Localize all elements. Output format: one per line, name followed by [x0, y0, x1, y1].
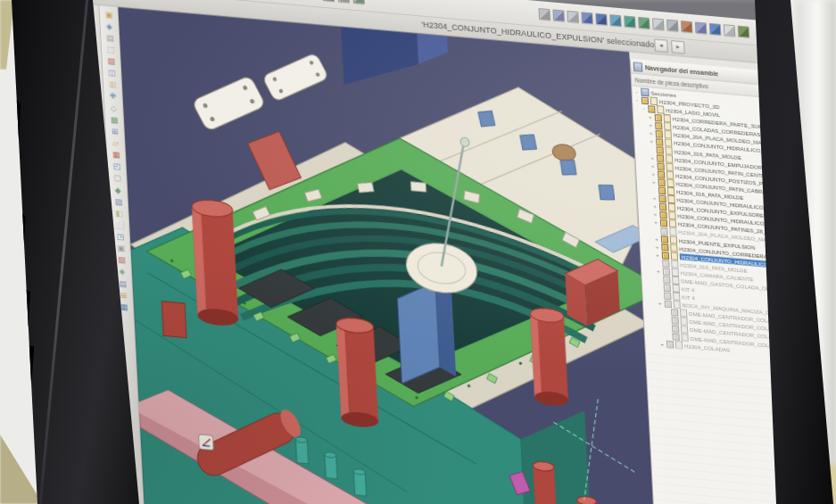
application-body: ▣▤◇◫▥⬚◰▧◈✙▩▱▦⊞◆◧▨⬜◳▢ ▣◈▤⬚▧◫▥✙◇▩⊞▱▦◰▢◆▨◧⬜… [81, 4, 793, 504]
left-toolbar-icon[interactable]: ⬚ [104, 44, 118, 55]
tree-expander-icon[interactable]: - [634, 96, 640, 103]
component-checkbox[interactable] [663, 276, 670, 284]
component-checkbox[interactable] [657, 162, 664, 170]
orient-view-trimetric-icon[interactable] [581, 12, 593, 24]
tree-expander-icon[interactable]: + [650, 162, 656, 169]
component-checkbox[interactable] [659, 202, 666, 211]
shaded-icon[interactable] [638, 16, 650, 29]
left-toolbar-icon[interactable]: ⊞ [108, 126, 121, 137]
tree-expander-icon[interactable]: + [651, 194, 657, 201]
clip-section-icon[interactable] [709, 22, 722, 35]
component-checkbox[interactable] [663, 268, 670, 276]
component-checkbox[interactable] [657, 154, 664, 162]
tree-expander-icon[interactable]: + [652, 203, 658, 210]
left-toolbar-icon[interactable]: ▣ [114, 243, 128, 254]
orient-view-top-icon[interactable] [609, 14, 622, 27]
component-checkbox[interactable] [655, 121, 662, 129]
fit-view-icon[interactable] [552, 9, 565, 21]
left-toolbar-icon[interactable]: ▥ [106, 78, 120, 90]
zoom-view-icon[interactable] [567, 10, 579, 22]
component-checkbox[interactable] [664, 284, 671, 292]
component-checkbox[interactable] [661, 244, 668, 252]
component-checkbox[interactable] [656, 130, 663, 138]
graphics-viewport-3d-mold[interactable]: TFB-TBI WORK Camera TFB-TBI [118, 7, 657, 504]
tree-expander-icon[interactable]: - [633, 88, 639, 95]
component-checkbox[interactable] [671, 309, 678, 317]
shaded-edges-icon[interactable] [624, 15, 636, 28]
snap-point-icon[interactable] [352, 0, 365, 4]
component-checkbox[interactable] [641, 96, 649, 104]
component-checkbox[interactable] [660, 227, 667, 235]
prompt-scroll-buttons: ◄ ► [654, 39, 685, 54]
left-toolbar-icon[interactable]: ▣ [103, 9, 116, 21]
component-checkbox[interactable] [672, 325, 679, 333]
left-toolbar-icon[interactable]: ◳ [114, 231, 128, 243]
prompt-scroll-left-icon[interactable]: ◄ [654, 39, 668, 53]
tree-expander-icon[interactable]: + [648, 114, 653, 120]
component-checkbox[interactable] [671, 317, 678, 325]
component-checkbox[interactable] [660, 219, 667, 227]
face-analysis-icon[interactable] [681, 21, 693, 33]
left-toolbar-icon[interactable]: ▨ [112, 195, 126, 207]
tree-expander-icon[interactable]: + [652, 211, 658, 218]
component-checkbox[interactable] [658, 170, 665, 178]
tree-expander-icon[interactable]: + [655, 252, 660, 258]
left-toolbar-icon[interactable]: ⬜ [113, 219, 127, 230]
tree-expander-icon [654, 230, 659, 231]
orient-view-isometric-icon[interactable] [595, 12, 608, 25]
tree-expander-icon [656, 278, 661, 279]
window-icon[interactable] [724, 24, 736, 37]
left-toolbar-icon[interactable]: ◰ [111, 161, 124, 172]
component-checkbox[interactable] [656, 138, 663, 146]
tree-expander-icon[interactable]: - [641, 105, 646, 112]
component-checkbox[interactable] [661, 235, 668, 244]
tree-expander-icon [666, 335, 671, 336]
component-checkbox[interactable] [655, 113, 662, 121]
tree-expander-icon[interactable]: + [650, 154, 655, 161]
left-toolbar-icon[interactable]: ◧ [112, 207, 126, 219]
prompt-scroll-right-icon[interactable]: ► [671, 40, 685, 54]
undo-icon[interactable] [322, 0, 335, 2]
left-toolbar-icon[interactable]: ◫ [105, 67, 119, 78]
left-toolbar-icon[interactable]: ◆ [112, 184, 125, 195]
component-checkbox[interactable] [664, 292, 671, 300]
tree-expander-icon[interactable]: + [654, 235, 659, 242]
component-checkbox[interactable] [665, 300, 672, 308]
tree-expander-icon[interactable]: + [650, 170, 656, 177]
tree-expander-icon[interactable]: + [659, 341, 665, 347]
component-checkbox[interactable] [658, 178, 665, 186]
component-checkbox[interactable] [658, 186, 666, 194]
tree-expander-icon[interactable]: + [656, 268, 661, 274]
component-checkbox[interactable] [672, 333, 679, 341]
left-toolbar-icon[interactable]: ◇ [107, 102, 120, 113]
left-toolbar-icon[interactable]: ▧ [104, 55, 118, 67]
tree-expander-icon[interactable]: + [653, 219, 658, 226]
tree-expander-icon[interactable]: + [648, 122, 653, 128]
component-checkbox[interactable] [648, 105, 655, 113]
left-toolbar-icon[interactable]: ▩ [108, 114, 121, 126]
component-checkbox[interactable] [666, 341, 674, 349]
component-checkbox[interactable] [658, 194, 666, 202]
left-toolbar-icon[interactable]: ▤ [103, 32, 117, 44]
left-toolbar-icon[interactable]: ▱ [109, 137, 122, 149]
component-checkbox[interactable] [662, 252, 669, 260]
tree-expander-icon[interactable]: + [658, 300, 663, 306]
tree-expander-icon[interactable]: + [649, 130, 654, 136]
left-toolbar-icon[interactable]: ◈ [103, 21, 116, 32]
left-toolbar-icon[interactable]: ✙ [106, 90, 120, 102]
component-checkbox[interactable] [662, 260, 669, 268]
left-toolbar-icon[interactable]: ▦ [110, 149, 123, 161]
studio-view-icon[interactable] [695, 21, 708, 34]
help-cube-icon[interactable] [738, 25, 750, 37]
left-toolbar-icon[interactable]: ▢ [111, 172, 124, 184]
selection-filter-icon[interactable] [337, 0, 350, 3]
tree-expander-icon[interactable]: + [654, 244, 659, 250]
assembly-tree-empty-area[interactable] [645, 346, 790, 504]
refresh-view-icon[interactable] [538, 8, 550, 21]
wireframe-dim-icon[interactable] [652, 18, 665, 30]
wireframe-icon[interactable] [666, 19, 679, 31]
component-checkbox[interactable] [657, 146, 664, 154]
tree-expander-icon[interactable]: + [650, 178, 656, 185]
component-checkbox[interactable] [659, 211, 666, 219]
tree-expander-icon[interactable]: + [649, 138, 654, 145]
